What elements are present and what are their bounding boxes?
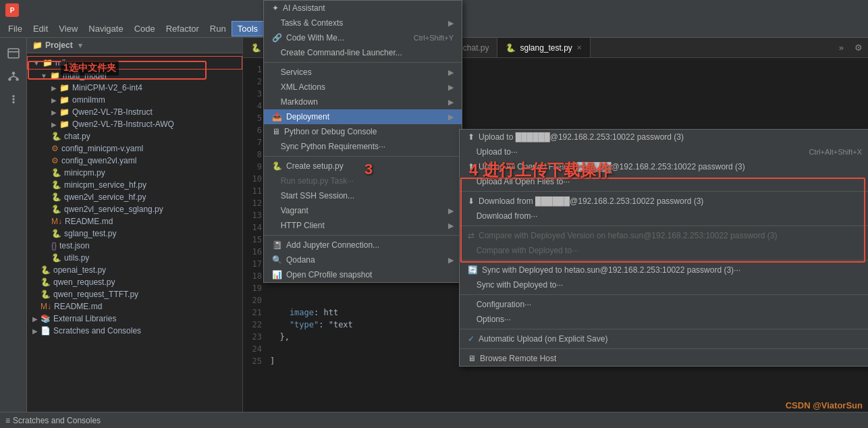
tree-item-multi-model[interactable]: ▼ 📁 multi_model xyxy=(27,70,242,82)
tree-item-qwen2vl-awq[interactable]: ▶ 📁 Qwen2-VL-7B-Instruct-AWQ xyxy=(27,118,242,130)
deploy-sync-to[interactable]: Sync with Deployed to··· xyxy=(460,277,868,292)
menu-run[interactable]: Run xyxy=(205,22,232,36)
ssh-icon xyxy=(272,191,277,200)
deploy-download-from[interactable]: Download from··· xyxy=(460,209,868,223)
upload-to-shortcut: Ctrl+Alt+Shift+X xyxy=(809,148,862,156)
tree-label-utils-py: utils.py xyxy=(64,253,89,263)
tools-markdown[interactable]: Markdown ▶ xyxy=(264,95,462,109)
deploy-browse-remote[interactable]: 🖥 Browse Remote Host xyxy=(460,351,868,366)
services-label: Services xyxy=(281,68,312,77)
tree-item-qwen-req[interactable]: 🐍 qwen_request.py xyxy=(27,276,242,288)
tools-cprofile[interactable]: 📊 Open CProfile snapshot xyxy=(264,267,462,282)
deploy-auto-upload[interactable]: ✓ Automatic Upload (on Explicit Save) xyxy=(460,331,868,346)
download-icon2 xyxy=(468,211,472,221)
auto-upload-left: ✓ Automatic Upload (on Explicit Save) xyxy=(468,334,607,344)
tree-item-config-qwen[interactable]: ⚙ config_qwen2vl.yaml xyxy=(27,155,242,167)
tree-item-chat-py[interactable]: 🐍 chat.py xyxy=(27,130,242,142)
menu-refactor[interactable]: Refactor xyxy=(161,22,205,36)
tools-http-client[interactable]: HTTP Client ▶ xyxy=(264,218,462,233)
vagrant-icon xyxy=(272,206,277,215)
upload-icon2 xyxy=(468,147,472,157)
tools-sync-requirements[interactable]: Sync Python Requirements··· xyxy=(264,139,462,154)
download-from-left: Download from··· xyxy=(468,211,537,221)
tree-label-chat-py: chat.py xyxy=(64,132,90,141)
svg-point-5 xyxy=(12,98,14,100)
upload-icon3: ⬆ xyxy=(468,162,474,171)
qodana-icon: 🔍 xyxy=(272,255,282,265)
md-icon2: M↓ xyxy=(40,302,51,311)
tab-close-icon[interactable]: ✕ xyxy=(576,44,582,51)
deploy-options[interactable]: Options··· xyxy=(460,312,868,327)
tree-item-qwen2vl-sglang[interactable]: 🐍 qwen2vl_service_sglang.py xyxy=(27,203,242,215)
deploy-sync-specific[interactable]: 🔄 Sync with Deployed to hetao.sun@192.16… xyxy=(460,263,868,277)
upload-to-label: Upload to··· xyxy=(477,147,518,157)
tools-ssh-session[interactable]: Start SSH Session... xyxy=(264,188,462,203)
sync-req-left: Sync Python Requirements··· xyxy=(272,142,385,151)
create-launcher-label: Create Command-line Launcher... xyxy=(281,48,402,57)
deploy-sep-1 xyxy=(460,191,868,192)
tree-item-openai-test[interactable]: 🐍 openai_test.py xyxy=(27,264,242,276)
tree-item-qwen2vl-svc[interactable]: 🐍 qwen2vl_service_hf.py xyxy=(27,191,242,203)
tree-item-qwen-ttft[interactable]: 🐍 qwen_request_TTFT.py xyxy=(27,288,242,300)
deploy-download-specific[interactable]: ⬇ Download from ██████@192.168.2.253:100… xyxy=(460,194,868,209)
sidebar-project-icon[interactable] xyxy=(3,43,24,63)
tools-code-with-me[interactable]: 🔗 Code With Me... Ctrl+Shift+Y xyxy=(264,30,462,45)
menu-navigate[interactable]: Navigate xyxy=(83,22,128,36)
deploy-sep-6 xyxy=(460,348,868,349)
tree-item-config-mini[interactable]: ⚙ config_minicpm-v.yaml xyxy=(27,142,242,155)
tree-item-ext-libs[interactable]: ▶ 📚 External Libraries xyxy=(27,313,242,325)
tree-item-readme2[interactable]: M↓ README.md xyxy=(27,300,242,313)
tab-expand-icon[interactable]: » xyxy=(834,38,849,57)
tree-item-scratches[interactable]: ▶ 📄 Scratches and Consoles xyxy=(27,325,242,337)
tree-item-readme-md[interactable]: M↓ README.md xyxy=(27,215,242,228)
run-setup-label: Run setup.py Task··· xyxy=(281,176,354,186)
tools-qodana[interactable]: 🔍 Qodana ▶ xyxy=(264,252,462,267)
tree-item-mllm[interactable]: ▼ 📁 mllm xyxy=(27,56,242,70)
tree-item-minicpm[interactable]: ▶ 📁 MiniCPM-V2_6-int4 xyxy=(27,82,242,94)
deploy-upload-to[interactable]: Upload to··· Ctrl+Alt+Shift+X xyxy=(460,144,868,159)
tree-item-qwen2vl[interactable]: ▶ 📁 Qwen2-VL-7B-Instruct xyxy=(27,106,242,118)
tools-services[interactable]: Services ▶ xyxy=(264,65,462,80)
tools-create-setup[interactable]: 🐍 Create setup.py xyxy=(264,159,462,173)
tools-vagrant[interactable]: Vagrant ▶ xyxy=(264,203,462,218)
menu-edit[interactable]: Edit xyxy=(28,22,53,36)
menu-code[interactable]: Code xyxy=(129,22,161,36)
tree-item-omnilmm[interactable]: ▶ 📁 omnilmm xyxy=(27,94,242,106)
sidebar-structure-icon[interactable] xyxy=(3,66,24,86)
tree-item-test-json[interactable]: {} test.json xyxy=(27,240,242,252)
py-icon6: 🐍 xyxy=(51,229,61,238)
scratches-bottom-label[interactable]: ≡ Scratches and Consoles xyxy=(5,416,101,425)
deploy-upload-all-opened[interactable]: ⬆ Upload All Opened Files to ██████@192.… xyxy=(460,159,868,174)
tree-label-qwen-req: qwen_request.py xyxy=(53,277,115,287)
compare-version-left: ⇄ Compare with Deployed Version on hefao… xyxy=(468,231,777,240)
tab-settings-icon[interactable]: ⚙ xyxy=(849,38,868,57)
deploy-upload-all-open[interactable]: Upload All Open Files to··· xyxy=(460,174,868,189)
menu-file[interactable]: File xyxy=(3,22,28,36)
tools-deployment[interactable]: 📤 Deployment ▶ xyxy=(264,109,462,124)
deploy-upload-specific[interactable]: ⬆ Upload to ██████@192.168.2.253:10022 p… xyxy=(460,130,868,144)
tools-xml-actions[interactable]: XML Actions ▶ xyxy=(264,80,462,95)
tools-tasks-contexts[interactable]: Tasks & Contexts ▶ xyxy=(264,16,462,30)
tree-item-sglang-test[interactable]: 🐍 sglang_test.py xyxy=(27,228,242,240)
tree-item-minicpm-py[interactable]: 🐍 minicpm.py xyxy=(27,167,242,179)
tab-py-icon0: 🐍 xyxy=(251,43,261,53)
tools-create-launcher[interactable]: Create Command-line Launcher... xyxy=(264,45,462,60)
tab-sglang-test[interactable]: 🐍 sglang_test.py ✕ xyxy=(497,38,590,57)
tools-add-jupyter[interactable]: 📓 Add Jupyter Connection... xyxy=(264,238,462,252)
sidebar-dots-icon[interactable] xyxy=(3,89,24,109)
menu-tools[interactable]: Tools xyxy=(232,21,264,36)
tree-label-minicpm-svc: minicpm_service_hf.py xyxy=(64,180,146,190)
tree-item-utils-py[interactable]: 🐍 utils.py xyxy=(27,252,242,264)
tree-item-minicpm-svc[interactable]: 🐍 minicpm_service_hf.py xyxy=(27,179,242,191)
code-line-24 xyxy=(270,343,353,355)
tools-ai-assistant[interactable]: ✦ AI Assistant xyxy=(264,1,462,16)
deploy-configuration[interactable]: Configuration··· xyxy=(460,297,868,312)
tools-python-console[interactable]: 🖥 Python or Debug Console xyxy=(264,124,462,139)
project-dropdown-icon[interactable]: ▾ xyxy=(78,41,82,50)
yaml-icon1: ⚙ xyxy=(51,144,59,153)
menu-view[interactable]: View xyxy=(53,22,83,36)
download-icon1: ⬇ xyxy=(468,196,474,206)
setup-label: Create setup.py xyxy=(286,161,344,171)
vagrant-arrow-icon: ▶ xyxy=(448,207,454,215)
tree-label-sglang-test: sglang_test.py xyxy=(64,229,116,238)
